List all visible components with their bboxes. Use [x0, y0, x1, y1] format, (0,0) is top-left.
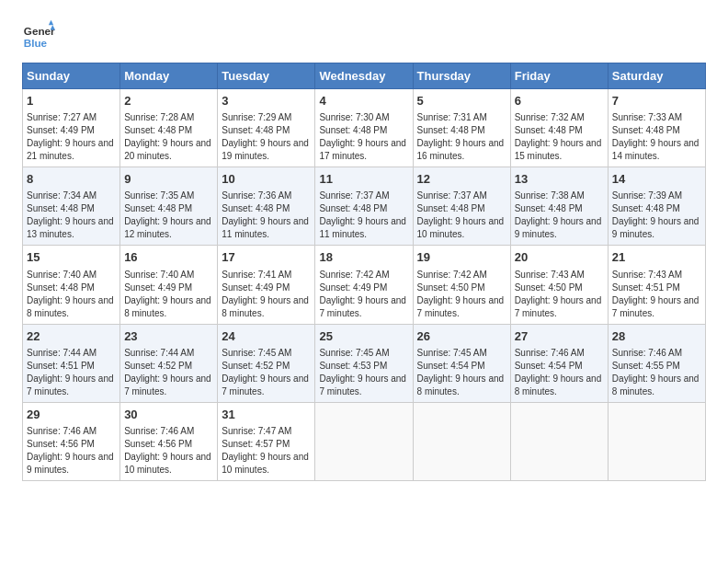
- week-row-1: 1Sunrise: 7:27 AMSunset: 4:49 PMDaylight…: [23, 89, 706, 167]
- daylight: Daylight: 9 hours and 8 minutes.: [612, 373, 700, 396]
- day-number: 21: [612, 249, 701, 266]
- sunset: Sunset: 4:49 PM: [27, 125, 95, 135]
- day-number: 3: [222, 93, 311, 109]
- col-header-tuesday: Tuesday: [218, 63, 315, 89]
- week-row-5: 29Sunrise: 7:46 AMSunset: 4:56 PMDayligh…: [23, 402, 706, 480]
- day-cell: [315, 402, 413, 480]
- sunset: Sunset: 4:48 PM: [124, 125, 192, 135]
- sunrise: Sunrise: 7:44 AM: [27, 348, 97, 358]
- calendar-table: SundayMondayTuesdayWednesdayThursdayFrid…: [22, 63, 706, 481]
- col-header-thursday: Thursday: [413, 63, 510, 89]
- sunrise: Sunrise: 7:37 AM: [417, 190, 487, 201]
- sunrise: Sunrise: 7:33 AM: [612, 112, 682, 122]
- svg-marker-2: [49, 20, 53, 25]
- day-cell: 17Sunrise: 7:41 AMSunset: 4:49 PMDayligh…: [218, 246, 315, 324]
- day-cell: 1Sunrise: 7:27 AMSunset: 4:49 PMDaylight…: [23, 89, 120, 167]
- day-cell: 15Sunrise: 7:40 AMSunset: 4:48 PMDayligh…: [23, 246, 120, 324]
- sunrise: Sunrise: 7:46 AM: [515, 348, 585, 358]
- svg-text:General: General: [24, 25, 55, 37]
- sunset: Sunset: 4:48 PM: [612, 125, 680, 135]
- day-number: 7: [612, 93, 701, 109]
- daylight: Daylight: 9 hours and 7 minutes.: [124, 373, 211, 396]
- daylight: Daylight: 9 hours and 7 minutes.: [319, 373, 406, 396]
- sunset: Sunset: 4:54 PM: [515, 361, 583, 371]
- sunset: Sunset: 4:48 PM: [27, 203, 95, 213]
- sunrise: Sunrise: 7:46 AM: [612, 348, 682, 358]
- sunrise: Sunrise: 7:42 AM: [417, 270, 487, 280]
- week-row-4: 22Sunrise: 7:44 AMSunset: 4:51 PMDayligh…: [23, 324, 706, 402]
- day-cell: [510, 402, 608, 480]
- sunrise: Sunrise: 7:27 AM: [27, 112, 97, 122]
- day-number: 23: [124, 328, 213, 345]
- day-number: 1: [27, 93, 116, 109]
- day-cell: 5Sunrise: 7:31 AMSunset: 4:48 PMDaylight…: [413, 89, 510, 167]
- day-number: 28: [612, 328, 701, 345]
- day-cell: 27Sunrise: 7:46 AMSunset: 4:54 PMDayligh…: [510, 324, 608, 402]
- day-number: 25: [319, 328, 408, 345]
- sunrise: Sunrise: 7:45 AM: [319, 348, 389, 358]
- day-number: 19: [417, 249, 506, 266]
- sunrise: Sunrise: 7:47 AM: [222, 426, 291, 436]
- sunrise: Sunrise: 7:45 AM: [222, 348, 291, 358]
- sunset: Sunset: 4:48 PM: [417, 125, 485, 135]
- daylight: Daylight: 9 hours and 7 minutes.: [222, 373, 309, 396]
- day-cell: 13Sunrise: 7:38 AMSunset: 4:48 PMDayligh…: [510, 167, 608, 246]
- day-cell: 29Sunrise: 7:46 AMSunset: 4:56 PMDayligh…: [23, 402, 120, 480]
- day-cell: 24Sunrise: 7:45 AMSunset: 4:52 PMDayligh…: [218, 324, 315, 402]
- day-cell: 23Sunrise: 7:44 AMSunset: 4:52 PMDayligh…: [120, 324, 218, 402]
- day-cell: 11Sunrise: 7:37 AMSunset: 4:48 PMDayligh…: [315, 167, 413, 246]
- day-number: 18: [319, 249, 408, 266]
- day-cell: 6Sunrise: 7:32 AMSunset: 4:48 PMDaylight…: [510, 89, 608, 167]
- sunrise: Sunrise: 7:44 AM: [124, 348, 194, 358]
- daylight: Daylight: 9 hours and 9 minutes.: [515, 216, 602, 239]
- sunset: Sunset: 4:48 PM: [612, 203, 680, 213]
- daylight: Daylight: 9 hours and 13 minutes.: [27, 216, 114, 239]
- daylight: Daylight: 9 hours and 9 minutes.: [27, 452, 114, 475]
- day-cell: 3Sunrise: 7:29 AMSunset: 4:48 PMDaylight…: [218, 89, 315, 167]
- sunrise: Sunrise: 7:45 AM: [417, 348, 487, 358]
- day-cell: 25Sunrise: 7:45 AMSunset: 4:53 PMDayligh…: [315, 324, 413, 402]
- sunrise: Sunrise: 7:37 AM: [319, 190, 389, 201]
- day-number: 5: [417, 93, 506, 109]
- sunrise: Sunrise: 7:34 AM: [27, 190, 97, 201]
- day-cell: 26Sunrise: 7:45 AMSunset: 4:54 PMDayligh…: [413, 324, 510, 402]
- sunrise: Sunrise: 7:29 AM: [222, 112, 291, 122]
- sunset: Sunset: 4:50 PM: [417, 282, 485, 293]
- sunset: Sunset: 4:55 PM: [612, 361, 680, 371]
- daylight: Daylight: 9 hours and 11 minutes.: [222, 216, 309, 239]
- day-cell: 28Sunrise: 7:46 AMSunset: 4:55 PMDayligh…: [608, 324, 705, 402]
- daylight: Daylight: 9 hours and 11 minutes.: [319, 216, 406, 239]
- day-cell: 16Sunrise: 7:40 AMSunset: 4:49 PMDayligh…: [120, 246, 218, 324]
- col-header-wednesday: Wednesday: [315, 63, 413, 89]
- sunrise: Sunrise: 7:46 AM: [124, 426, 194, 436]
- col-header-sunday: Sunday: [23, 63, 120, 89]
- day-number: 14: [612, 171, 701, 188]
- sunset: Sunset: 4:48 PM: [515, 125, 583, 135]
- day-number: 20: [515, 249, 604, 266]
- col-header-saturday: Saturday: [608, 63, 705, 89]
- sunrise: Sunrise: 7:28 AM: [124, 112, 194, 122]
- daylight: Daylight: 9 hours and 7 minutes.: [319, 295, 406, 318]
- week-row-3: 15Sunrise: 7:40 AMSunset: 4:48 PMDayligh…: [23, 246, 706, 324]
- day-cell: 12Sunrise: 7:37 AMSunset: 4:48 PMDayligh…: [413, 167, 510, 246]
- sunrise: Sunrise: 7:35 AM: [124, 190, 194, 201]
- daylight: Daylight: 9 hours and 8 minutes.: [515, 373, 602, 396]
- day-number: 31: [222, 407, 311, 423]
- sunset: Sunset: 4:48 PM: [515, 203, 583, 213]
- day-cell: 20Sunrise: 7:43 AMSunset: 4:50 PMDayligh…: [510, 246, 608, 324]
- sunrise: Sunrise: 7:46 AM: [27, 426, 97, 436]
- day-number: 30: [124, 407, 213, 423]
- sunset: Sunset: 4:52 PM: [222, 361, 290, 371]
- daylight: Daylight: 9 hours and 17 minutes.: [319, 138, 406, 161]
- daylight: Daylight: 9 hours and 21 minutes.: [27, 138, 114, 161]
- sunrise: Sunrise: 7:43 AM: [515, 270, 585, 280]
- daylight: Daylight: 9 hours and 19 minutes.: [222, 138, 309, 161]
- day-cell: [413, 402, 510, 480]
- sunset: Sunset: 4:48 PM: [417, 203, 485, 213]
- logo: General Blue: [22, 18, 55, 52]
- day-number: 22: [27, 328, 116, 345]
- day-cell: 14Sunrise: 7:39 AMSunset: 4:48 PMDayligh…: [608, 167, 705, 246]
- day-number: 9: [124, 171, 213, 188]
- sunset: Sunset: 4:51 PM: [612, 282, 680, 293]
- day-number: 6: [515, 93, 604, 109]
